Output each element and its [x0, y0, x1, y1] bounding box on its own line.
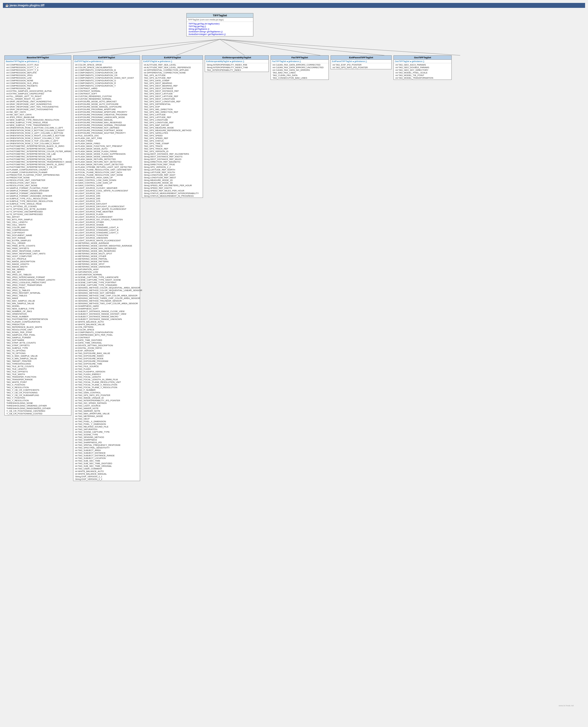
- fax-item: int CLEAN_FAX_DATA_ERRORS_CORRECTED: [272, 63, 327, 66]
- baseline-item: TAG_TILE_LENGTH: [6, 368, 70, 370]
- baseline-item: int SUBFILE_TYPE_REDUCED_RESOLUTION: [6, 200, 70, 203]
- gps-item: TAG_GPS_MEASURE_MODE: [143, 126, 202, 129]
- exif-item: int LIGHT_SOURCE_STANDARD_LIGHT_C: [75, 231, 139, 234]
- exif-item: int TAG_SCENE_CAPTURE_TYPE: [75, 431, 139, 433]
- exif-item: int FLASH_MASK_RETURN_LIGHT_DETECTED: [75, 163, 139, 166]
- baseline-item: TAG_PAGE_NUMBER: [6, 315, 70, 318]
- gps-item: TAG_GPS_SATELLITES: [143, 132, 202, 134]
- exif-item: int SATURATION_HIGH: [75, 268, 139, 271]
- exif-item: int COMPONENTS_CONFIGURATION_R: [75, 82, 139, 84]
- baseline-item: TAG_FILL_ORDER: [6, 242, 70, 244]
- baseline-item: int NEW_SUBFILE_TYPE_TRANSPARENCY: [6, 124, 70, 126]
- baseline-item: TAG_Y_CB_CR_SUBSAMPLING: [6, 394, 70, 397]
- baseline-item: int GRAY_RESPONSE_UNIT_TEN_THOUSANDTHS: [6, 105, 70, 108]
- baseline-item: TAG_Y_CB_CR_POSITIONING: [6, 391, 70, 394]
- exif-item: int SUBJECT_DISTANCE_RANGE_CLOSE_VIEW: [75, 310, 139, 312]
- exif-item: int LIGHT_SOURCE_OTHER: [75, 221, 139, 223]
- gps-item: TAG_GPS_DIFFERENTIAL: [143, 103, 202, 105]
- baseline-item: TAG_DOCUMENT_NAME: [6, 234, 70, 237]
- exifparent-item: int TAG_EXIF_IFD_POINTER: [332, 63, 390, 66]
- baseline-item: int EXTRA_SAMPLES_ASSOCIATED_ALPHA: [6, 90, 70, 93]
- baseline-item: int PHOTOMETRIC_INTERPRETATION_CIE_LAB: [6, 153, 70, 155]
- baseline-item: int RESOLUTION_UNIT_NONE: [6, 184, 70, 187]
- baseline-item: TAG_CELL_LENGTH: [6, 221, 70, 223]
- exif-item: int FOCAL_PLANE_RESOLUTION_UNIT_CENTIMET…: [75, 168, 139, 171]
- baseline-item: int PREDICTOR_FLOATING_POINT_DIFFERENCIN…: [6, 174, 70, 176]
- svg-line-1: [111, 39, 220, 55]
- geo-item: int TAG_GEO_KEY_DIRECTORY: [395, 69, 450, 72]
- exif-item: int METERING_MODE_UNKNOWN: [75, 265, 139, 268]
- exif-item: int TAG_SENSING_METHOD: [75, 436, 139, 439]
- gps-item: TAG_GPS_TRACK_REF: [143, 147, 202, 150]
- exif-item: int TAG_SHARPNESS: [75, 439, 139, 441]
- exif-item: int METERING_MODE_OTHER: [75, 255, 139, 258]
- interop-item: String INTEROPERABILITY_INDEX_THM: [206, 66, 267, 69]
- baseline-item: TAG_THRESHHOLDING: [6, 362, 70, 365]
- gps-item: TAG_GPS_DATE_STAMP: [143, 79, 202, 82]
- baseline-item: TAG_JPEG_INTERCHANGE_FORMAT_LENGTH: [6, 279, 70, 281]
- gps-item: String STATUS_MEASUREMENT_INTEROPERABILI…: [143, 192, 202, 195]
- baseline-item: TAG_SUBFILE_TYPE: [6, 347, 70, 349]
- exif-item: int SENSING_METHOD_THREE_CHIP_COLOR_AREA…: [75, 297, 139, 300]
- exif-item: int LIGHT_SOURCE_FLUORESCENT: [75, 216, 139, 218]
- baseline-item: TAG_JPEG_DC_TABLES: [6, 273, 70, 276]
- geo-getinstance: GeoTIFFTagSet ● getInstance (): [394, 60, 451, 63]
- gps-item: int DIFFERENTIAL_CORRECTION_NONE: [143, 72, 202, 74]
- exif-item: int TAG_PIXEL_X_DIMENSION: [75, 420, 139, 423]
- baseline-item: int RESOLUTION_UNIT_CENTIMETER: [6, 179, 70, 182]
- exif-item: int FOCAL_PLANE_RESOLUTION_UNIT_INCH: [75, 171, 139, 174]
- interop-item: TAG_INTEROPERABILITY_INDEX: [206, 69, 267, 72]
- exif-item: int SCENE_CAPTURE_TYPE_NIGHT_SCENE: [75, 279, 139, 281]
- exif-item: int DIGITAL_ZOOM_RATIO: [75, 347, 139, 349]
- baseline-item: TAG_WHITE_POINT: [6, 381, 70, 383]
- baseline-item: TAG_PLANAR_CONFIGURATION: [6, 321, 70, 323]
- exif-item: int CONTRAST: [75, 336, 139, 339]
- gps-item: String LATITUDE_REF_NORTH: [143, 168, 202, 171]
- baseline-item: TAG_MAKE: [6, 297, 70, 300]
- exif-item: int FLASH_MASK_RETURN_NOT_DETECTED: [75, 161, 139, 163]
- exif-item: int TAG_EXPOSURE_INDEX: [75, 355, 139, 357]
- exif-item: int COMPONENTS_CONFIGURATION: [75, 331, 139, 334]
- baseline-item: TAG_Y_RESOLUTION: [6, 399, 70, 402]
- gps-item: TAG_GPS_DEST_LONGITUDE_REF: [143, 100, 202, 103]
- exifinterop-items: String INTEROPERABILITY_INDEX_R98 String…: [205, 63, 269, 72]
- exif-item: int GAIN_CONTROL_LOW_GAIN_DOWN: [75, 179, 139, 182]
- exifgps-items: int ALTITUDE_REF_SEA_LEVEL int ALTITUDE_…: [142, 63, 203, 198]
- exif-item: int TAG_SUBJECT_DISTANCE_RANGE: [75, 454, 139, 457]
- gps-item: int ALTITUDE_REF_SEA_LEVEL: [143, 63, 202, 66]
- exif-item: int FLASH_MASK_FUNCTION_NOT_PRESENT: [75, 145, 139, 147]
- exif-item: int EXPOSURE_PROGRAM_PORTRAIT_MODE: [75, 129, 139, 132]
- exif-item: int LIGHT_SOURCE_D50: [75, 192, 139, 195]
- baseline-item: int PLANAR_CONFIGURATION_PLANAR: [6, 171, 70, 174]
- gps-item: TAG_GPS_LATITUDE_REF: [143, 116, 202, 119]
- baseline-item: int GRAY_RESPONSE_UNIT_THOUSANDTHS: [6, 108, 70, 111]
- exif-item: int LIGHT_SOURCE_D75: [75, 200, 139, 203]
- exifparent-getinstance: ExifParentTIFFTagSet ● getInstance (): [331, 60, 392, 63]
- exif-item: int LIGHT_SOURCE_D65: [75, 197, 139, 200]
- svg-line-0: [41, 39, 220, 55]
- exif-item: int TAG_EXPOSURE_MODE: [75, 357, 139, 360]
- exif-item: int METERING_MODE_PATTERN: [75, 260, 139, 263]
- exif-item: int TAG_FLASH_ENERGY: [75, 373, 139, 376]
- exif-item: int LIGHT_SOURCE_D55: [75, 195, 139, 197]
- baseline-items: int COMPRESSION_CCITT_RLE int COMPRESSIO…: [5, 63, 71, 415]
- exif-item: int TAG_FOCAL_PLANE_X_RESOLUTION: [75, 383, 139, 386]
- exif-item: int EXPOSURE_PROGRAM_NORMAL_PROGRAM: [75, 124, 139, 126]
- gps-item: TAG_GPS_LONGITUDE_REF: [143, 121, 202, 124]
- baseline-item: int T4_OPTIONS_2D_CODING: [6, 205, 70, 208]
- baseline-item: TAG_ARTIST: [6, 216, 70, 218]
- exif-item: int TAG_FOCAL_PLANE_Y_RESOLUTION: [75, 386, 139, 389]
- exif-item: int TAG_SHARPNESS_IFD: [75, 441, 139, 444]
- baseline-item: int COMPRESSION_CCITT_T_6: [6, 69, 70, 72]
- gps-item: TAG_GPS_DEST_LONGITUDE: [143, 98, 202, 100]
- gps-item: String SPEED_REF_KNOTS: [143, 187, 202, 189]
- baseline-item: int COMPRESSION_ZIB: [6, 87, 70, 90]
- gps-item: TAG_GPS_TRACK: [143, 145, 202, 147]
- geo-items: int TAG_GEO_ASCII_PARAMS int TAG_GEO_DOU…: [394, 63, 451, 80]
- app-title-text: javax.imageio.plugins.tiff: [9, 4, 44, 7]
- exif-item: int LIGHT_SOURCE_FINE_WEATHER: [75, 210, 139, 213]
- exif-item: int TAG_FOCAL_LENGTH: [75, 376, 139, 378]
- exif-item: int TAG_SPATIAL_FREQUENCY_RESPONSE: [75, 444, 139, 446]
- baseline-item: int COMPRESSION_NONE: [6, 79, 70, 82]
- exif-item: int TAG_RELATED_SOUND_FILE: [75, 425, 139, 428]
